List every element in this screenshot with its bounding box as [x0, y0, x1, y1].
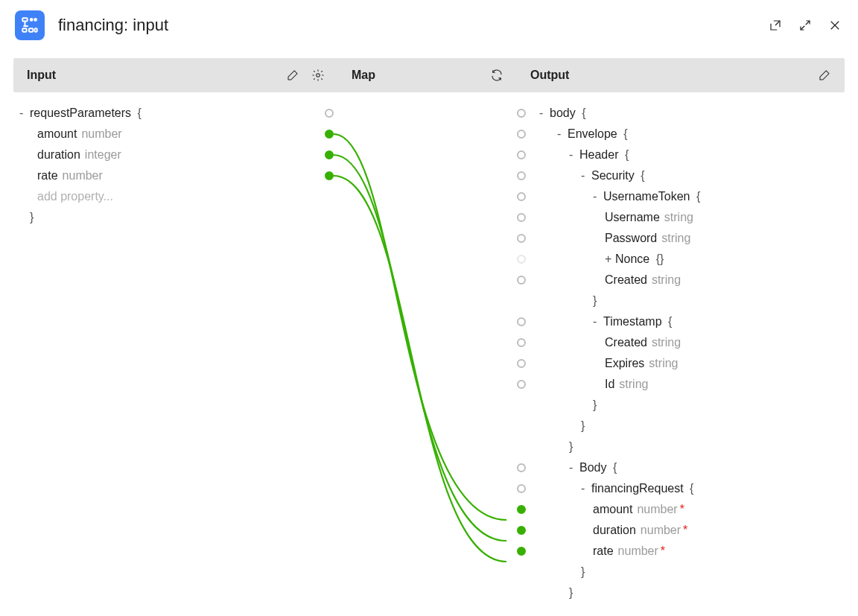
- app-icon: [15, 10, 45, 40]
- output-close-timestamp: }: [517, 395, 845, 416]
- input-port[interactable]: [325, 130, 334, 139]
- output-close-usernametoken: }: [517, 290, 845, 311]
- input-port[interactable]: [325, 109, 334, 118]
- column-headers: Input Map Output: [13, 58, 845, 92]
- input-port[interactable]: [325, 150, 334, 159]
- output-node-rate[interactable]: ratenumber*: [517, 541, 845, 562]
- pop-out-icon[interactable]: [767, 17, 784, 34]
- refresh-map-icon[interactable]: [490, 69, 503, 82]
- svg-rect-5: [35, 28, 37, 31]
- svg-rect-4: [29, 28, 33, 31]
- title-bar: financing: input: [0, 0, 858, 46]
- close-icon[interactable]: [827, 17, 843, 34]
- output-node-security[interactable]: -Security {: [517, 165, 845, 186]
- output-node-nonce[interactable]: +Nonce {}: [517, 249, 845, 270]
- output-node-amount[interactable]: amountnumber*: [517, 499, 845, 520]
- svg-rect-3: [22, 28, 26, 31]
- output-close-financingRequest: }: [517, 562, 845, 582]
- map-canvas[interactable]: [338, 92, 517, 603]
- output-node-duration[interactable]: durationnumber*: [517, 520, 845, 541]
- svg-rect-0: [22, 18, 28, 21]
- output-node-ts-expires[interactable]: Expiresstring: [517, 353, 845, 374]
- output-close-header: }: [517, 436, 845, 457]
- output-node-timestamp[interactable]: -Timestamp {: [517, 311, 845, 332]
- input-node-requestParameters[interactable]: -requestParameters {: [13, 103, 338, 124]
- output-node-password[interactable]: Passwordstring: [517, 228, 845, 249]
- mapping-wires: [338, 92, 517, 616]
- input-tree: -requestParameters { amountnumber durati…: [13, 92, 338, 603]
- output-node-created[interactable]: Createdstring: [517, 270, 845, 290]
- output-port[interactable]: [517, 547, 526, 556]
- output-node-usernametoken[interactable]: -UsernameToken {: [517, 186, 845, 207]
- output-node-financingRequest[interactable]: -financingRequest {: [517, 478, 845, 499]
- svg-point-6: [317, 74, 320, 77]
- output-header: Output: [530, 69, 569, 82]
- output-node-header[interactable]: -Header {: [517, 145, 845, 165]
- input-node-amount[interactable]: amountnumber: [13, 124, 338, 145]
- output-close-security: }: [517, 416, 845, 436]
- input-node-rate[interactable]: ratenumber: [13, 165, 338, 186]
- output-port[interactable]: [517, 109, 526, 118]
- output-port[interactable]: [517, 526, 526, 535]
- output-node-envelope[interactable]: -Envelope {: [517, 124, 845, 145]
- output-node-ts-created[interactable]: Createdstring: [517, 332, 845, 353]
- input-node-duration[interactable]: durationinteger: [13, 145, 338, 165]
- output-close-soapbody: }: [517, 582, 845, 603]
- output-node-username[interactable]: Usernamestring: [517, 207, 845, 228]
- output-tree: -body { -Envelope { -Header { -Security …: [517, 92, 845, 603]
- output-port[interactable]: [517, 505, 526, 514]
- output-node-ts-id[interactable]: Idstring: [517, 374, 845, 395]
- input-close-brace: }: [13, 207, 338, 228]
- svg-point-1: [31, 19, 33, 21]
- add-property[interactable]: add property...: [13, 186, 338, 207]
- input-port[interactable]: [325, 171, 334, 180]
- map-header: Map: [352, 69, 375, 82]
- edit-output-icon[interactable]: [818, 69, 831, 82]
- output-node-body[interactable]: -body {: [517, 103, 845, 124]
- output-node-soapbody[interactable]: -Body {: [517, 457, 845, 478]
- input-header: Input: [27, 69, 56, 82]
- settings-icon[interactable]: [311, 69, 325, 82]
- edit-input-icon[interactable]: [286, 69, 299, 82]
- svg-point-2: [34, 19, 36, 21]
- expand-icon[interactable]: [797, 17, 813, 34]
- page-title: financing: input: [58, 16, 168, 35]
